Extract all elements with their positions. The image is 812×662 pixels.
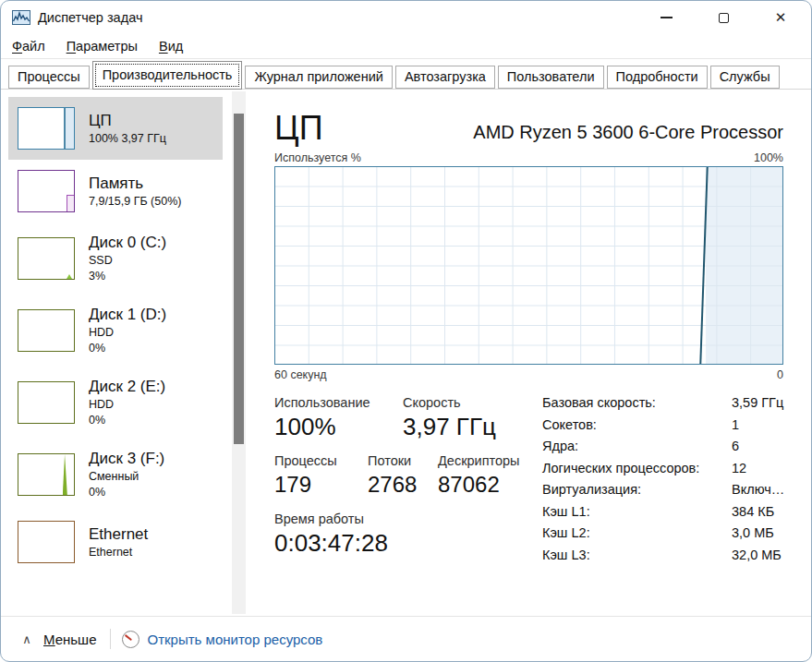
spec-label: Логических процессоров: [542,461,732,475]
spec-value: 1 [732,417,784,432]
menu-file[interactable]: Файл [12,39,45,54]
stat-processes: Процессы 179 [274,453,368,498]
disk3-mini-spike [63,454,67,495]
footer-bar: ∧ Меньше Открыть монитор ресурсов [1,616,811,661]
tab-app-history[interactable]: Журнал приложений [245,66,392,89]
spec-value: 3,0 МБ [732,525,784,540]
tab-processes[interactable]: Процессы [8,66,90,89]
sidebar-item-stat: 100% 3,97 ГГц [89,131,166,147]
spec-value: 384 КБ [732,504,784,519]
sidebar-scrollbar-thumb[interactable] [234,114,244,444]
sidebar-item-stat: 0% [89,413,165,428]
performance-pane: ЦП 100% 3,97 ГГц Память 7,9/15,9 ГБ (50%… [1,90,811,616]
stat-threads: Потоки 2768 [368,453,438,498]
graph-zero-label: 0 [777,368,783,381]
sidebar-item-stat: 7,9/15,9 ГБ (50%) [89,194,181,210]
spec-value: 3,59 ГГц [732,395,784,410]
sidebar-scrollbar[interactable] [232,91,246,614]
cpu-spec-list: Базовая скорость:3,59 ГГц Сокетов:1 Ядра… [542,395,784,562]
spec-label: Ядра: [542,439,732,453]
sidebar-item-memory[interactable]: Память 7,9/15,9 ГБ (50%) [8,160,223,223]
disk0-mini-tick [67,274,72,279]
title-bar: Диспетчер задач ✕ [1,1,811,34]
spec-label: Виртуализация: [542,482,732,497]
cpu-mini-fill [66,108,74,149]
sidebar-item-stat: 0% [89,341,166,356]
cpu-usage-graph[interactable] [274,166,783,365]
disk2-mini-graph [18,381,75,424]
menu-view[interactable]: Вид [159,39,183,54]
spec-label: Кэш L2: [542,525,732,540]
disk1-mini-graph [18,309,75,352]
memory-mini-step [67,195,74,211]
stat-handles: Дескрипторы 87062 [438,453,529,498]
tab-performance[interactable]: Производительность [92,61,243,90]
fewer-details-button[interactable]: Меньше [43,632,97,647]
sidebar-item-title: Память [89,174,181,194]
sidebar-item-disk0[interactable]: Диск 0 (C:) SSD 3% [8,223,223,295]
menu-bar: Файл Параметры Вид [1,34,811,59]
spec-value: 32,0 МБ [732,548,784,562]
stat-utilization: Использование 100% [274,395,403,441]
sidebar-item-type: Сменный [89,469,164,485]
tab-details[interactable]: Подробности [607,66,708,89]
spec-label: Сокетов: [542,417,732,432]
spec-value: 6 [732,439,784,453]
footer-divider [110,629,111,649]
spec-value: Включ… [732,482,784,497]
sidebar-item-disk1[interactable]: Диск 1 (D:) HDD 0% [8,295,223,367]
sidebar-item-disk2[interactable]: Диск 2 (E:) HDD 0% [8,367,223,439]
memory-mini-graph [18,170,75,212]
cpu-stats: Использование 100% Скорость 3,97 ГГц Про… [274,395,529,562]
minimize-icon [661,17,673,18]
sidebar-item-title: Диск 2 (E:) [89,377,165,397]
sidebar-item-stat: 3% [89,269,166,284]
disk3-mini-graph [18,453,75,496]
spec-label: Базовая скорость: [542,395,732,410]
spec-label: Кэш L3: [542,548,732,562]
tab-startup[interactable]: Автозагрузка [395,66,495,89]
maximize-icon [719,13,729,23]
close-button[interactable]: ✕ [759,4,802,31]
spec-value: 12 [732,461,784,475]
cpu-pane-title: ЦП [274,110,323,147]
sidebar-item-title: Диск 3 (F:) [89,449,164,469]
minimize-button[interactable] [645,4,687,31]
task-manager-window: Диспетчер задач ✕ Файл Параметры Вид Про… [0,0,812,662]
cpu-usage-fill [706,167,782,364]
sidebar-item-type: SSD [89,253,166,269]
graph-time-label: 60 секунд [274,368,327,381]
sidebar-item-disk3[interactable]: Диск 3 (F:) Сменный 0% [8,439,223,511]
stat-speed: Скорость 3,97 ГГц [403,395,529,441]
chevron-up-icon: ∧ [18,632,36,646]
window-title: Диспетчер задач [38,10,142,25]
graph-usage-label: Используется % [274,151,361,164]
sidebar-item-ethernet[interactable]: Ethernet Ethernet [8,511,223,573]
tab-services[interactable]: Службы [710,66,780,89]
resource-monitor-icon [122,631,139,648]
ethernet-mini-graph [18,521,75,563]
cpu-mini-line [64,108,66,149]
tab-users[interactable]: Пользователи [498,66,604,89]
cpu-mini-graph [18,107,75,150]
task-manager-icon [12,10,30,25]
cpu-detail-pane: ЦП AMD Ryzen 5 3600 6-Core Processor Исп… [247,90,811,616]
sidebar-item-type: HDD [89,325,166,341]
stat-uptime: Время работы 0:03:47:28 [274,512,529,558]
sidebar-item-title: ЦП [89,111,166,131]
maximize-button[interactable] [702,4,745,31]
menu-options[interactable]: Параметры [67,39,138,54]
tab-strip: Процессы Производительность Журнал прило… [1,59,811,90]
sidebar-item-cpu[interactable]: ЦП 100% 3,97 ГГц [8,97,223,160]
spec-label: Кэш L1: [542,504,732,519]
disk0-mini-graph [18,237,75,280]
processor-name: AMD Ryzen 5 3600 6-Core Processor [473,122,783,147]
sidebar-item-title: Диск 1 (D:) [89,305,166,325]
open-resource-monitor-link[interactable]: Открыть монитор ресурсов [148,632,323,647]
sidebar-item-stat: 0% [89,485,164,500]
window-controls: ✕ [630,4,802,31]
graph-scale-label: 100% [754,151,783,164]
sidebar-item-type: HDD [89,397,165,413]
sidebar-item-title: Диск 0 (C:) [89,233,166,253]
sidebar-item-title: Ethernet [89,524,148,545]
